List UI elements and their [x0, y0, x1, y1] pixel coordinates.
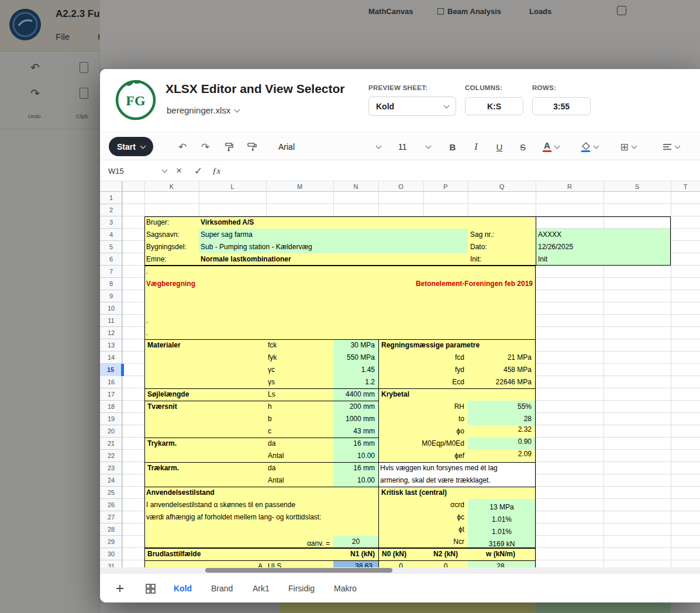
cell[interactable]: ϕt: [423, 524, 466, 536]
cell[interactable]: b: [268, 413, 272, 425]
cell[interactable]: Materialer: [147, 339, 181, 352]
cell[interactable]: AXXXX: [538, 229, 561, 241]
cell[interactable]: αanv. =: [275, 538, 332, 550]
horizontal-scrollbar[interactable]: [100, 567, 700, 573]
cell[interactable]: c: [268, 425, 271, 438]
row-header-29[interactable]: 29: [100, 536, 122, 548]
cell[interactable]: Antal: [268, 450, 284, 462]
cell[interactable]: 458 MPa: [468, 364, 533, 376]
cell[interactable]: Sag nr.:: [470, 229, 494, 241]
cell[interactable]: Hvis væggen kun forsynes med ét lag: [380, 462, 498, 474]
cell[interactable]: 55%: [468, 401, 533, 413]
row-header-2[interactable]: 2: [100, 204, 122, 216]
sheet-tab-kold[interactable]: Kold: [174, 574, 192, 602]
cell[interactable]: N0 (kN): [382, 548, 406, 560]
bold-button[interactable]: B: [444, 138, 461, 156]
undo-button[interactable]: ↶: [174, 138, 191, 156]
cell[interactable]: 200 mm: [333, 401, 377, 413]
column-header-M[interactable]: M: [266, 181, 333, 192]
fill-color-button[interactable]: [576, 138, 603, 156]
cell[interactable]: M0Eqp/M0Ed: [398, 438, 466, 450]
text-color-button[interactable]: A: [537, 138, 564, 156]
cell[interactable]: Vægberegning: [146, 278, 195, 290]
row-header-4[interactable]: 4: [100, 229, 122, 241]
cell[interactable]: 43 mm: [333, 425, 377, 438]
row-header-13[interactable]: 13: [100, 339, 122, 352]
row-header-10[interactable]: 10: [100, 302, 122, 315]
borders-button[interactable]: ⊞: [615, 138, 642, 156]
cell[interactable]: h: [268, 401, 272, 413]
sheet-tab-firsidig[interactable]: Firsidig: [288, 574, 315, 602]
cell[interactable]: Bruger:: [146, 216, 169, 229]
cell[interactable]: Sub - Pumping station - Kældervæg: [201, 241, 312, 253]
column-header-Q[interactable]: Q: [468, 181, 536, 192]
cell[interactable]: 2.09: [468, 448, 533, 460]
cell[interactable]: 0.90: [468, 436, 533, 448]
row-header-23[interactable]: 23: [100, 462, 122, 474]
rows-input[interactable]: [532, 97, 591, 115]
cell[interactable]: 30 MPa: [333, 339, 377, 352]
column-header-S[interactable]: S: [604, 181, 671, 192]
cell[interactable]: to: [423, 413, 466, 425]
cell[interactable]: 22646 MPa: [468, 376, 533, 388]
row-header-28[interactable]: 28: [100, 524, 122, 536]
row-header-16[interactable]: 16: [100, 376, 122, 388]
file-name-dropdown[interactable]: beregninger.xlsx: [167, 105, 239, 115]
column-header-O[interactable]: O: [378, 181, 423, 192]
row-header-26[interactable]: 26: [100, 499, 122, 511]
row-header-21[interactable]: 21: [100, 438, 122, 450]
strikethrough-button[interactable]: S: [514, 138, 532, 156]
cell[interactable]: Regningsmæssige parametre: [381, 339, 480, 352]
cell[interactable]: Betonelement-Foreningen feb 2019: [392, 278, 535, 290]
cell[interactable]: fyd: [423, 364, 466, 376]
cell[interactable]: Ls: [268, 388, 275, 401]
row-header-7[interactable]: 7: [100, 266, 122, 278]
row-header-5[interactable]: 5: [100, 241, 122, 253]
cell[interactable]: Trykarm.: [147, 438, 177, 450]
cell[interactable]: 550 MPa: [333, 352, 377, 364]
start-menu-button[interactable]: Start: [109, 137, 153, 156]
paint-roller-button[interactable]: [243, 138, 261, 156]
cell[interactable]: 2.32: [468, 423, 533, 436]
cell[interactable]: RH: [423, 401, 466, 413]
cell[interactable]: Krybetal: [381, 388, 409, 401]
cell[interactable]: Trækarm.: [147, 462, 179, 474]
cell[interactable]: 12/26/2025: [538, 241, 573, 253]
sheet-tab-ark1[interactable]: Ark1: [253, 574, 270, 602]
format-painter-button[interactable]: [220, 138, 237, 156]
row-header-15[interactable]: 15: [100, 364, 122, 376]
row-header-17[interactable]: 17: [100, 388, 122, 401]
cell[interactable]: N2 (kN): [423, 548, 468, 560]
cell[interactable]: .: [146, 266, 148, 278]
cell[interactable]: w (kN/m): [468, 548, 533, 560]
cell[interactable]: Virksomhed A/S: [201, 216, 254, 229]
select-all-corner[interactable]: [100, 181, 122, 192]
cell[interactable]: Emne:: [146, 253, 167, 266]
cell[interactable]: da: [268, 438, 275, 450]
sheet-tab-makro[interactable]: Makro: [334, 574, 357, 602]
column-header-R[interactable]: R: [536, 181, 604, 192]
columns-input[interactable]: [465, 97, 523, 115]
row-header-8[interactable]: 8: [100, 278, 122, 290]
cell[interactable]: 16 mm: [333, 462, 377, 474]
sheet-tab-brand[interactable]: Brand: [211, 574, 233, 602]
cell[interactable]: fck: [268, 339, 277, 352]
cancel-entry-button[interactable]: ×: [176, 160, 182, 181]
cell[interactable]: I anvendelsestilstand α skønnes til en p…: [146, 499, 295, 511]
cell[interactable]: Ecd: [423, 376, 466, 388]
row-header-14[interactable]: 14: [100, 352, 122, 364]
underline-button[interactable]: U: [491, 138, 508, 156]
cell[interactable]: ϕc: [423, 511, 466, 524]
cell[interactable]: γc: [268, 364, 275, 376]
row-header-24[interactable]: 24: [100, 474, 122, 487]
cell[interactable]: 4400 mm: [333, 388, 377, 401]
column-header-L[interactable]: L: [199, 181, 266, 192]
row-header-1[interactable]: 1: [100, 192, 122, 204]
scrollbar-thumb[interactable]: [205, 568, 392, 573]
cell[interactable]: Tværsnit: [147, 401, 177, 413]
preview-sheet-select[interactable]: Kold: [368, 97, 456, 116]
cell[interactable]: .: [146, 315, 148, 327]
row-header-20[interactable]: 20: [100, 425, 122, 438]
cell[interactable]: ϕo: [423, 425, 466, 438]
italic-button[interactable]: I: [467, 138, 485, 156]
